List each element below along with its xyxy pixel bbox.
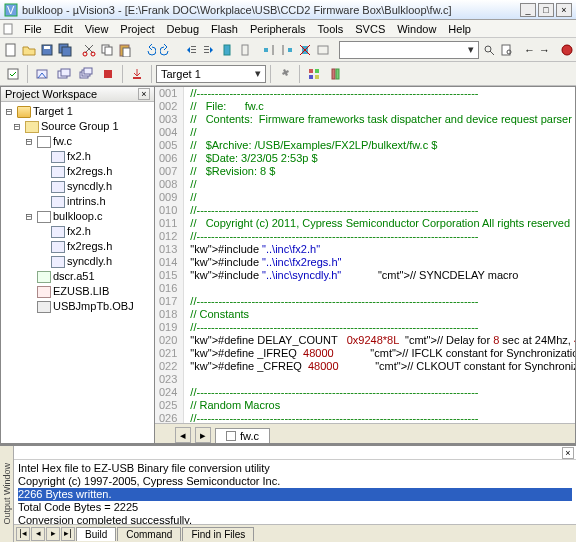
tab-nav-prev-icon[interactable]: ◂ bbox=[175, 427, 191, 443]
project-tree[interactable]: ⊟Target 1⊟Source Group 1⊟fw.cfx2.hfx2reg… bbox=[1, 102, 154, 443]
menu-edit[interactable]: Edit bbox=[48, 22, 79, 36]
bookmark-toggle-icon[interactable] bbox=[237, 40, 253, 60]
build-all-icon[interactable] bbox=[76, 64, 96, 84]
file-icon bbox=[226, 431, 236, 441]
paste-icon[interactable] bbox=[117, 40, 133, 60]
cut-icon[interactable] bbox=[81, 40, 97, 60]
svg-rect-20 bbox=[224, 45, 230, 55]
code-editor: 001 002 003 004 005 006 007 008 009 010 … bbox=[155, 86, 576, 444]
translate-icon[interactable] bbox=[3, 64, 23, 84]
tree-node[interactable]: fx2regs.h bbox=[3, 239, 152, 254]
menu-peripherals[interactable]: Peripherals bbox=[244, 22, 312, 36]
options-icon[interactable] bbox=[275, 64, 295, 84]
output-tab-next-icon[interactable]: ▸ bbox=[46, 527, 60, 541]
expander-icon[interactable]: ⊟ bbox=[23, 134, 35, 149]
tree-label: bulkloop.c bbox=[53, 209, 103, 224]
close-button[interactable]: × bbox=[556, 3, 572, 17]
output-line[interactable]: Total Code Bytes = 2225 bbox=[18, 501, 572, 514]
save-icon[interactable] bbox=[39, 40, 55, 60]
bookmark-prev-icon[interactable] bbox=[261, 40, 277, 60]
tree-label: Target 1 bbox=[33, 104, 73, 119]
output-tab-last-icon[interactable]: ▸| bbox=[61, 527, 75, 541]
code-area[interactable]: 001 002 003 004 005 006 007 008 009 010 … bbox=[155, 87, 575, 423]
manage-icon[interactable] bbox=[304, 64, 324, 84]
redo-icon[interactable] bbox=[159, 40, 175, 60]
editor-tab-active[interactable]: fw.c bbox=[215, 428, 270, 443]
output-tab-first-icon[interactable]: |◂ bbox=[16, 527, 30, 541]
menu-window[interactable]: Window bbox=[391, 22, 442, 36]
tree-label: fx2regs.h bbox=[67, 239, 112, 254]
tree-node[interactable]: fx2.h bbox=[3, 224, 152, 239]
tree-label: fx2.h bbox=[67, 149, 91, 164]
menu-project[interactable]: Project bbox=[114, 22, 160, 36]
output-line[interactable]: Intel Hex file to EZ-USB Binary file con… bbox=[18, 462, 572, 475]
tree-node[interactable]: ⊟bulkloop.c bbox=[3, 209, 152, 224]
books-icon[interactable] bbox=[326, 64, 346, 84]
copy-icon[interactable] bbox=[99, 40, 115, 60]
tree-node[interactable]: USBJmpTb.OBJ bbox=[3, 299, 152, 314]
tab-nav-next-icon[interactable]: ▸ bbox=[195, 427, 211, 443]
tree-file-icon bbox=[51, 226, 65, 238]
build-target-icon[interactable] bbox=[32, 64, 52, 84]
tree-node[interactable]: EZUSB.LIB bbox=[3, 284, 152, 299]
maximize-button[interactable]: □ bbox=[538, 3, 554, 17]
debug-icon[interactable] bbox=[559, 40, 575, 60]
menu-file[interactable]: File bbox=[18, 22, 48, 36]
save-all-icon[interactable] bbox=[57, 40, 73, 60]
output-tab-build[interactable]: Build bbox=[76, 527, 116, 541]
output-text[interactable]: Intel Hex file to EZ-USB Binary file con… bbox=[14, 460, 576, 524]
output-tab-command[interactable]: Command bbox=[117, 527, 181, 541]
nav-fwd-icon[interactable]: → bbox=[538, 40, 551, 60]
undo-icon[interactable] bbox=[141, 40, 157, 60]
download-icon[interactable] bbox=[127, 64, 147, 84]
find-icon[interactable] bbox=[481, 40, 497, 60]
menu-view[interactable]: View bbox=[79, 22, 115, 36]
minimize-button[interactable]: _ bbox=[520, 3, 536, 17]
code-content[interactable]: //--------------------------------------… bbox=[184, 87, 575, 423]
new-icon[interactable] bbox=[3, 40, 19, 60]
tree-node[interactable]: fx2.h bbox=[3, 149, 152, 164]
stop-build-icon[interactable] bbox=[98, 64, 118, 84]
output-line[interactable]: Copyright (c) 1997-2005, Cypress Semicon… bbox=[18, 475, 572, 488]
tree-node[interactable]: ⊟Source Group 1 bbox=[3, 119, 152, 134]
target-combo[interactable]: Target 1▾ bbox=[156, 65, 266, 83]
menu-help[interactable]: Help bbox=[442, 22, 477, 36]
open-icon[interactable] bbox=[21, 40, 37, 60]
svg-rect-14 bbox=[191, 46, 196, 47]
indent-right-icon[interactable] bbox=[201, 40, 217, 60]
tree-node[interactable]: intrins.h bbox=[3, 194, 152, 209]
indent-left-icon[interactable] bbox=[183, 40, 199, 60]
tree-file-icon bbox=[51, 241, 65, 253]
tree-node[interactable]: syncdly.h bbox=[3, 179, 152, 194]
find-in-files-icon[interactable] bbox=[499, 40, 515, 60]
tree-node[interactable]: ⊟Target 1 bbox=[3, 104, 152, 119]
line-gutter: 001 002 003 004 005 006 007 008 009 010 … bbox=[155, 87, 184, 423]
expander-icon[interactable]: ⊟ bbox=[11, 119, 23, 134]
menu-debug[interactable]: Debug bbox=[161, 22, 205, 36]
bookmark-icon[interactable] bbox=[219, 40, 235, 60]
workspace-close-icon[interactable]: × bbox=[138, 88, 150, 100]
output-close-icon[interactable]: × bbox=[562, 447, 574, 459]
tree-node[interactable]: fx2regs.h bbox=[3, 164, 152, 179]
output-tab-prev-icon[interactable]: ◂ bbox=[31, 527, 45, 541]
tree-node[interactable]: syncdly.h bbox=[3, 254, 152, 269]
menu-flash[interactable]: Flash bbox=[205, 22, 244, 36]
menu-tools[interactable]: Tools bbox=[312, 22, 350, 36]
rebuild-icon[interactable] bbox=[54, 64, 74, 84]
expander-icon[interactable]: ⊟ bbox=[3, 104, 15, 119]
bookmark-next-icon[interactable] bbox=[279, 40, 295, 60]
separator bbox=[27, 65, 28, 83]
output-line[interactable]: 2266 Bytes written. bbox=[18, 488, 572, 501]
tree-node[interactable]: ⊟fw.c bbox=[3, 134, 152, 149]
editor-tabs: ◂ ▸ fw.c bbox=[155, 423, 575, 443]
tree-node[interactable]: dscr.a51 bbox=[3, 269, 152, 284]
output-line[interactable]: Conversion completed successfully. bbox=[18, 514, 572, 524]
svg-rect-50 bbox=[315, 75, 319, 79]
output-tab-findinfiles[interactable]: Find in Files bbox=[182, 527, 254, 541]
toggle-all-icon[interactable] bbox=[315, 40, 331, 60]
bookmark-clear-icon[interactable] bbox=[297, 40, 313, 60]
expander-icon[interactable]: ⊟ bbox=[23, 209, 35, 224]
menu-svcs[interactable]: SVCS bbox=[349, 22, 391, 36]
nav-back-icon[interactable]: ← bbox=[523, 40, 536, 60]
find-combo[interactable]: ▾ bbox=[339, 41, 479, 59]
